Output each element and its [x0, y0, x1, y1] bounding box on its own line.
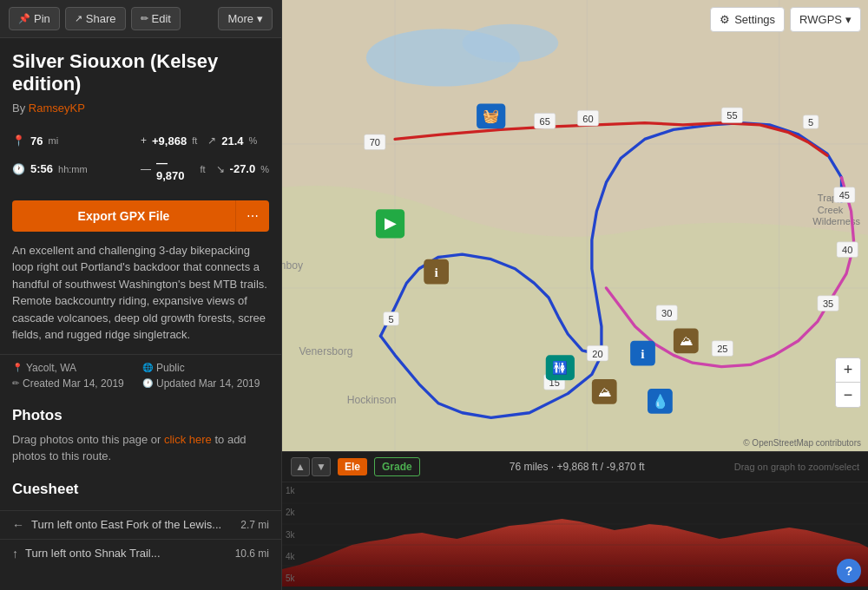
- location-icon: 📍: [12, 363, 23, 372]
- svg-text:Hockinson: Hockinson: [347, 394, 397, 406]
- svg-text:Creek: Creek: [818, 205, 844, 215]
- gain-pct: 21.4: [221, 134, 243, 148]
- photos-title: Photos: [12, 407, 269, 424]
- svg-text:▶: ▶: [385, 214, 397, 232]
- photos-text: Drag photos onto this page or click here…: [12, 431, 269, 465]
- time-unit: hh:mm: [58, 164, 88, 174]
- svg-text:i: i: [641, 346, 645, 361]
- location-meta: 📍 Yacolt, WA: [12, 362, 139, 374]
- share-button[interactable]: ↗ Share: [65, 7, 126, 30]
- rwgps-chevron-icon: ▾: [845, 13, 852, 26]
- ele-nav-down[interactable]: ▼: [312, 457, 331, 476]
- export-menu-button[interactable]: ⋯: [235, 200, 269, 232]
- svg-text:Venersborg: Venersborg: [299, 345, 352, 357]
- share-label: Share: [86, 12, 116, 25]
- loss-value: —9,870: [156, 156, 194, 182]
- grade-tab[interactable]: Grade: [374, 457, 420, 476]
- edit-button[interactable]: ✏ Edit: [131, 7, 181, 30]
- svg-text:40: 40: [842, 245, 852, 255]
- share-icon: ↗: [75, 13, 82, 24]
- gain-unit: ft: [192, 135, 197, 146]
- route-description: An excellent and challenging 3-day bikep…: [0, 239, 281, 354]
- elevation-header: ▲ ▼ Ele Grade 76 miles · +9,868 ft / -9,…: [282, 452, 868, 482]
- map-attribution: © OpenStreetMap contributors: [743, 438, 861, 448]
- cue-arrow-2: ↑: [12, 547, 18, 560]
- svg-text:35: 35: [823, 298, 833, 309]
- svg-text:55: 55: [727, 110, 737, 121]
- loss-unit: ft: [200, 164, 205, 174]
- svg-text:🚻: 🚻: [552, 360, 568, 376]
- cue-dist-2: 10.6 mi: [235, 547, 269, 560]
- y-axis-labels: 5k 4k 3k 2k 1k: [282, 482, 299, 587]
- pin-button[interactable]: 📌 Pin: [9, 7, 60, 30]
- svg-text:5: 5: [808, 117, 813, 128]
- toolbar: 📌 Pin ↗ Share ✏ Edit More ▾: [0, 0, 281, 38]
- chevron-down-icon: ▾: [257, 12, 263, 25]
- edit-icon: ✏: [141, 13, 148, 24]
- clock-icon: 🕐: [12, 163, 25, 175]
- click-here-link[interactable]: click here: [164, 433, 212, 446]
- cue-item-1: ← Turn left onto East Fork of the Lewis.…: [0, 510, 281, 539]
- route-title: Silver Siouxon (Kelsey edition): [12, 50, 269, 96]
- gain-icon: +: [141, 134, 147, 147]
- elevation-tab[interactable]: Ele: [338, 458, 367, 475]
- created-meta: ✏ Created Mar 14, 2019: [12, 377, 139, 390]
- ele-nav-up[interactable]: ▲: [291, 457, 310, 476]
- elevation-chart[interactable]: 5k 4k 3k 2k 1k: [282, 482, 868, 587]
- svg-text:30: 30: [661, 308, 672, 318]
- rwgps-label: RWGPS: [799, 13, 842, 26]
- updated-value: Updated Mar 14, 2019: [156, 377, 260, 390]
- export-row: Export GPX File ⋯: [0, 193, 281, 239]
- y-label-3k: 3k: [286, 530, 295, 540]
- right-panel: Hockinson Amboy Venersborg Trapper Creek…: [282, 0, 868, 590]
- svg-text:i: i: [434, 265, 438, 279]
- svg-text:Amboy: Amboy: [282, 259, 304, 272]
- map-top-bar: ⚙ Settings RWGPS ▾: [710, 7, 861, 32]
- visibility-icon: 🌐: [142, 363, 153, 372]
- svg-text:65: 65: [540, 116, 550, 127]
- svg-text:5: 5: [389, 314, 394, 324]
- settings-button[interactable]: ⚙ Settings: [710, 7, 785, 32]
- gain-pct-unit: %: [249, 135, 258, 146]
- time-value: 5:56: [30, 162, 53, 175]
- map-container[interactable]: Hockinson Amboy Venersborg Trapper Creek…: [282, 0, 868, 451]
- distance-stat: 📍 76 mi: [12, 132, 141, 150]
- cue-item-2: ↑ Turn left onto Shnak Trail... 10.6 mi: [0, 539, 281, 567]
- updated-meta: 🕐 Updated Mar 14, 2019: [142, 377, 269, 390]
- cue-arrow-1: ←: [12, 518, 24, 532]
- visibility-value: Public: [156, 362, 185, 374]
- loss-stat: — —9,870 ft ↘ -27.0 %: [141, 154, 269, 185]
- zoom-out-button[interactable]: −: [836, 383, 860, 407]
- route-author: By RamseyKP: [12, 102, 269, 115]
- svg-text:25: 25: [717, 344, 727, 354]
- y-label-2k: 2k: [286, 508, 295, 517]
- rwgps-button[interactable]: RWGPS ▾: [790, 7, 861, 32]
- clock-meta-icon: 🕐: [142, 378, 153, 388]
- svg-text:20: 20: [592, 349, 602, 359]
- edit-label: Edit: [152, 12, 171, 25]
- svg-text:⛰: ⛰: [680, 333, 693, 348]
- meta-info: 📍 Yacolt, WA 🌐 Public ✏ Created Mar 14, …: [0, 354, 281, 397]
- author-prefix: By: [12, 102, 25, 115]
- svg-text:⛰: ⛰: [598, 384, 611, 399]
- loss-icon: —: [141, 163, 151, 175]
- author-link[interactable]: RamseyKP: [29, 102, 85, 115]
- photos-section: Photos Drag photos onto this page or cli…: [0, 397, 281, 470]
- zoom-in-button[interactable]: +: [836, 358, 860, 383]
- map-zoom-controls: + −: [835, 357, 861, 408]
- drag-hint: Drag on graph to zoom/select: [734, 462, 859, 472]
- export-gpx-button[interactable]: Export GPX File: [12, 200, 235, 232]
- time-stat: 🕐 5:56 hh:mm: [12, 154, 141, 185]
- svg-text:💧: 💧: [652, 393, 669, 410]
- gain-pct-arrow: ↗: [207, 134, 216, 147]
- pin-label: Pin: [34, 12, 50, 25]
- gear-icon: ⚙: [720, 13, 730, 26]
- ellipsis-icon: ⋯: [247, 209, 259, 223]
- y-label-5k: 5k: [286, 574, 295, 583]
- stats-grid: 📍 76 mi + +9,868 ft ↗ 21.4 % 🕐 5:56 hh:m…: [0, 123, 281, 193]
- more-button[interactable]: More ▾: [218, 7, 273, 30]
- help-button[interactable]: ?: [837, 559, 861, 583]
- loss-pct-unit: %: [260, 164, 269, 174]
- pencil-icon: ✏: [12, 378, 19, 388]
- y-label-1k: 1k: [286, 486, 295, 495]
